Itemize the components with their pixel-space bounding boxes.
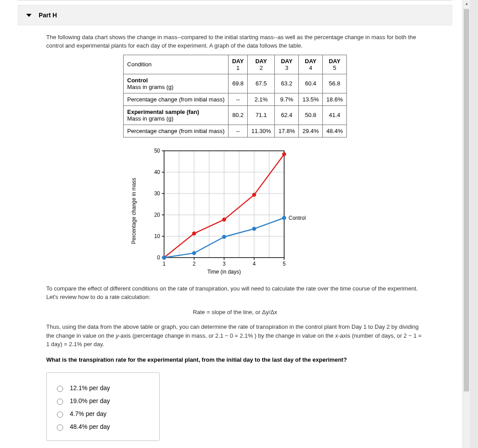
row-label: ControlMass in grams (g) bbox=[124, 74, 229, 93]
cell: 56.8 bbox=[323, 74, 347, 93]
cell: 60.4 bbox=[299, 74, 323, 93]
part-title: Part H bbox=[39, 12, 57, 19]
answer-option[interactable]: 4.7% per day bbox=[55, 410, 151, 418]
svg-text:50: 50 bbox=[154, 148, 160, 154]
svg-text:5: 5 bbox=[282, 261, 285, 267]
svg-point-37 bbox=[192, 231, 196, 235]
cell: 67.5 bbox=[248, 74, 275, 93]
cell: 71.1 bbox=[248, 105, 275, 125]
svg-point-40 bbox=[282, 152, 286, 156]
svg-text:1: 1 bbox=[162, 261, 165, 267]
caret-down-icon bbox=[26, 14, 32, 17]
row-label: Percentage change (from initial mass) bbox=[124, 93, 229, 105]
radio-input[interactable] bbox=[57, 386, 63, 392]
row-label: Experimental sample (fan)Mass in grams (… bbox=[124, 105, 229, 125]
question-text: What is the transpiration rate for the e… bbox=[18, 356, 452, 364]
radio-input[interactable] bbox=[57, 424, 63, 431]
chart-ylabel: Percentage change in mass bbox=[131, 178, 137, 244]
svg-text:4: 4 bbox=[253, 261, 256, 267]
day-header: DAY5 bbox=[323, 55, 347, 74]
cell: 62.4 bbox=[275, 105, 299, 125]
cell: 80.2 bbox=[228, 105, 247, 125]
svg-point-39 bbox=[252, 193, 256, 197]
svg-point-43 bbox=[222, 235, 226, 239]
rate-formula: Rate = slope of the line, or Δy/Δx bbox=[18, 308, 452, 317]
cell: -- bbox=[228, 93, 247, 105]
answer-option[interactable]: 19.0% per day bbox=[55, 397, 151, 405]
day-header: DAY4 bbox=[299, 55, 323, 74]
option-label[interactable]: 48.4% per day bbox=[70, 423, 110, 430]
data-table: Condition DAY1 DAY2 DAY3 DAY4 DAY5 Contr… bbox=[123, 55, 347, 137]
cell: 2.1% bbox=[248, 93, 275, 105]
intro-text: The following data chart shows the chang… bbox=[18, 33, 452, 50]
radio-input[interactable] bbox=[57, 412, 63, 418]
cell: 9.7% bbox=[275, 93, 299, 105]
cell: 41.4 bbox=[323, 105, 347, 125]
scroll-up-icon[interactable]: ▴ bbox=[463, 1, 470, 6]
part-header[interactable]: Part H bbox=[18, 5, 452, 25]
svg-text:10: 10 bbox=[154, 233, 160, 239]
answer-option[interactable]: 12.1% per day bbox=[55, 384, 151, 392]
svg-text:20: 20 bbox=[154, 212, 160, 218]
svg-point-42 bbox=[192, 251, 196, 255]
cell: 17.8% bbox=[275, 125, 299, 137]
option-label[interactable]: 12.1% per day bbox=[70, 384, 110, 391]
explanation-1: To compare the effect of different condi… bbox=[18, 284, 452, 302]
cell: 18.6% bbox=[323, 93, 347, 105]
svg-text:0: 0 bbox=[157, 254, 160, 261]
chart-svg: 0102030405012345Time (in days)Experiment… bbox=[142, 146, 329, 275]
radio-input[interactable] bbox=[57, 399, 63, 405]
chart: Percentage change in mass 01020304050123… bbox=[142, 146, 329, 275]
cell: 29.4% bbox=[299, 125, 323, 137]
condition-header: Condition bbox=[124, 55, 229, 74]
cell: 11.30% bbox=[248, 125, 275, 137]
option-label[interactable]: 4.7% per day bbox=[70, 410, 107, 417]
cell: 50.8 bbox=[299, 105, 323, 125]
row-label: Percentage change (from initial mass) bbox=[124, 125, 229, 137]
svg-text:Control: Control bbox=[289, 214, 306, 221]
cell: 63.2 bbox=[275, 74, 299, 93]
svg-point-45 bbox=[282, 216, 286, 220]
cell: -- bbox=[228, 125, 247, 137]
day-header: DAY2 bbox=[248, 55, 275, 74]
svg-text:2: 2 bbox=[193, 261, 196, 267]
svg-point-41 bbox=[162, 255, 166, 259]
day-header: DAY3 bbox=[275, 55, 299, 74]
svg-text:3: 3 bbox=[222, 261, 225, 267]
option-label[interactable]: 19.0% per day bbox=[70, 397, 110, 404]
svg-point-44 bbox=[252, 226, 256, 230]
explanation-2: Thus, using the data from the above tabl… bbox=[18, 323, 452, 349]
scrollbar-thumb[interactable] bbox=[464, 9, 469, 391]
answer-options: 12.1% per day19.0% per day4.7% per day48… bbox=[46, 372, 160, 441]
divider bbox=[18, 0, 452, 0]
day-header: DAY1 bbox=[228, 55, 247, 74]
svg-text:40: 40 bbox=[154, 169, 160, 175]
vertical-scrollbar[interactable]: ▴ bbox=[462, 0, 470, 448]
svg-text:30: 30 bbox=[154, 190, 160, 197]
cell: 69.8 bbox=[228, 74, 247, 93]
cell: 13.5% bbox=[299, 93, 323, 105]
cell: 48.4% bbox=[323, 125, 347, 137]
svg-text:Time (in days): Time (in days) bbox=[207, 269, 241, 275]
svg-point-38 bbox=[222, 218, 226, 222]
answer-option[interactable]: 48.4% per day bbox=[55, 423, 151, 431]
